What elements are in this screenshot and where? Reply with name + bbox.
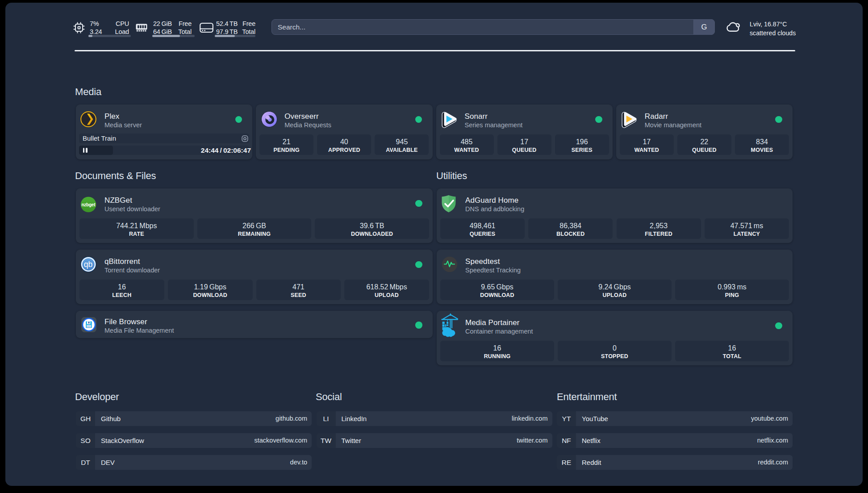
svg-text:qb: qb bbox=[84, 260, 92, 269]
svg-text:nzbget: nzbget bbox=[82, 202, 96, 207]
